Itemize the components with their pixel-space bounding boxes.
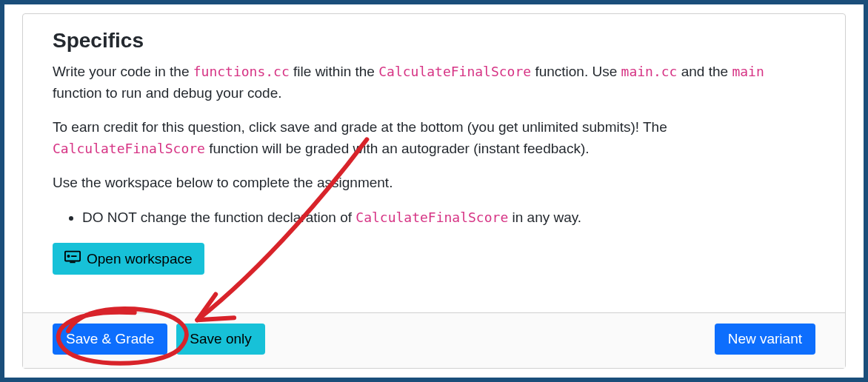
button-label: Open workspace [87, 251, 193, 267]
code-filename: functions.cc [193, 64, 290, 79]
text: function. Use [531, 64, 621, 79]
text: To earn credit for this question, click … [53, 119, 667, 135]
text: DO NOT change the function declaration o… [82, 210, 355, 225]
footer-bar: Save & Grade Save only New variant [23, 312, 845, 368]
text: Write your code in the [53, 64, 193, 79]
save-grade-button[interactable]: Save & Grade [53, 324, 167, 355]
workspace-icon [64, 250, 81, 267]
card-panel: Specifics Write your code in the functio… [22, 13, 846, 369]
code-function: CalculateFinalScore [378, 64, 531, 79]
open-workspace-button[interactable]: Open workspace [53, 243, 204, 275]
save-only-button[interactable]: Save only [176, 324, 264, 355]
list-item: DO NOT change the function declaration o… [82, 207, 815, 229]
code-function: CalculateFinalScore [355, 210, 508, 225]
code-function: CalculateFinalScore [53, 141, 205, 156]
text: in any way. [508, 210, 581, 225]
code-function: main [732, 64, 764, 79]
content-area: Specifics Write your code in the functio… [23, 14, 845, 312]
instruction-paragraph-1: Write your code in the functions.cc file… [53, 61, 815, 104]
new-variant-button[interactable]: New variant [715, 324, 815, 355]
text: file within the [290, 64, 378, 79]
section-heading: Specifics [53, 29, 815, 53]
text: function to run and debug your code. [53, 85, 282, 101]
instruction-paragraph-2: To earn credit for this question, click … [53, 117, 815, 159]
instruction-paragraph-3: Use the workspace below to complete the … [53, 172, 815, 194]
outer-frame: Specifics Write your code in the functio… [0, 0, 868, 382]
text: and the [677, 64, 732, 79]
text: function will be graded with an autograd… [205, 141, 590, 156]
svg-point-2 [67, 255, 69, 257]
instruction-list: DO NOT change the function declaration o… [53, 207, 815, 229]
code-filename: main.cc [621, 64, 678, 79]
